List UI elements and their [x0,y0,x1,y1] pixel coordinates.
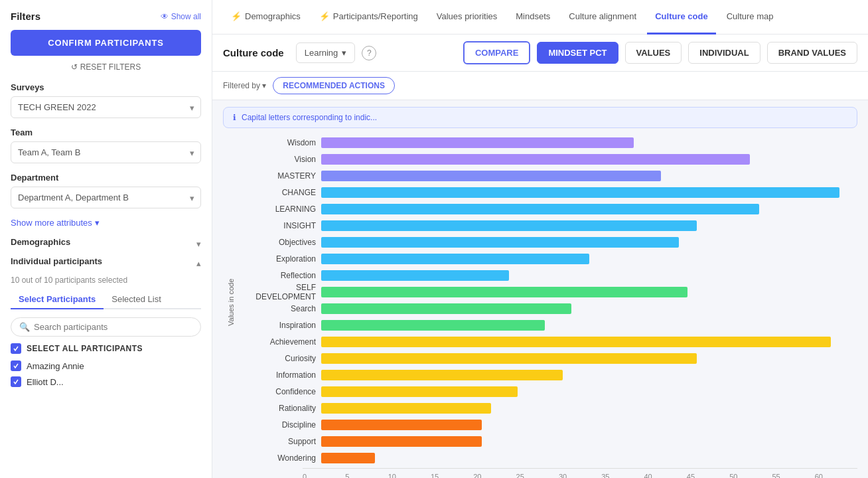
bar-fill [321,453,375,463]
nav-item-values-priorities[interactable]: Values priorities [429,0,506,35]
bar-chart: Values in code WisdomVisionMASTERYCHANGE… [223,136,857,468]
bar-fill [321,353,697,364]
bar-track [321,171,857,181]
culture-code-label: Culture code [223,47,284,58]
bar-track [321,353,857,364]
bar-fill [321,187,839,198]
nav-item-participants-reporting[interactable]: ⚡ Participants/Reporting [311,0,426,35]
bar-track [321,420,857,430]
bar-row: LEARNING [242,202,857,216]
bar-track [321,436,857,447]
participant-checkbox[interactable] [11,360,21,371]
reset-icon: ↺ [71,62,78,72]
individual-button[interactable]: INDIVIDUAL [688,42,760,64]
department-label: Department [11,173,201,183]
nav-item-culture-alignment[interactable]: Culture alignment [561,0,644,35]
bar-track [321,237,857,248]
bar-track [321,320,857,331]
brand-values-button[interactable]: BRAND VALUES [767,42,857,64]
x-tick: 45 [687,473,729,478]
surveys-label: Surveys [11,82,201,92]
bar-row: Support [242,435,857,448]
recommended-actions-button[interactable]: RECOMMENDED ACTIONS [273,77,395,94]
compare-button[interactable]: COMPARE [463,41,530,64]
values-button[interactable]: VALUES [625,42,682,64]
nav-item-demographics[interactable]: ⚡ Demographics [223,0,309,35]
search-participants-box: 🔍 [11,317,201,337]
x-tick: 55 [772,473,814,478]
reset-filters-button[interactable]: ↺ RESET FILTERS [11,62,201,72]
bar-row: CHANGE [242,186,857,199]
x-tick: 35 [601,473,644,478]
mindset-pct-button[interactable]: MINDSET PCT [537,42,618,64]
confirm-participants-button[interactable]: CONFIRM PARTICIPANTS [11,30,201,56]
bar-label: SELF DEVELOPMENT [242,283,321,301]
bar-track [321,403,857,414]
info-text: Capital letters corresponding to indic..… [242,113,377,122]
bar-row: Achievement [242,335,857,349]
bar-label: Information [242,370,321,380]
bar-track [321,287,857,297]
bar-label: LEARNING [242,204,321,214]
bar-label: Rationality [242,404,321,413]
bar-fill [321,386,518,397]
chart-area: Values in code WisdomVisionMASTERYCHANGE… [212,131,868,478]
x-tick: 50 [729,473,772,478]
bar-label: MASTERY [242,171,321,181]
x-tick: 15 [431,473,473,478]
select-all-checkbox[interactable] [11,343,21,354]
sidebar-title: Filters [11,11,40,22]
demographics-collapse-icon: ▾ [196,239,201,249]
bar-label: Discipline [242,420,321,430]
filter-icon-2: ⚡ [319,11,330,21]
bar-label: Inspiration [242,321,321,330]
bar-label: Confidence [242,387,321,396]
bar-row: Wondering [242,451,857,465]
x-tick: 25 [516,473,559,478]
bar-row: Confidence [242,385,857,398]
demographics-section-header[interactable]: Demographics ▾ [11,237,201,251]
bar-row: Discipline [242,418,857,432]
nav-item-mindsets[interactable]: Mindsets [508,0,558,35]
team-select[interactable]: Team A, Team B [11,141,201,163]
x-axis: 051015202530354045505560 [303,468,857,478]
bar-track [321,453,857,463]
list-item[interactable]: Elliott D... [11,376,201,387]
bar-track [321,187,857,198]
bar-fill [321,237,679,248]
select-all-label: SELECT ALL PARTICIPANTS [27,344,143,353]
bar-row: Vision [242,153,857,166]
department-select[interactable]: Department A, Department B [11,187,201,208]
bar-fill [321,287,687,297]
search-participants-input[interactable] [34,322,192,332]
help-icon[interactable]: ? [362,46,376,60]
learning-dropdown[interactable]: Learning ▾ [296,42,356,63]
individual-participants-section-header[interactable]: Individual participants ▴ [11,256,201,270]
x-tick: 60 [815,473,857,478]
bar-track [321,254,857,264]
select-all-row[interactable]: SELECT ALL PARTICIPANTS [11,343,201,354]
tab-select-participants[interactable]: Select Participants [11,290,104,309]
surveys-select[interactable]: TECH GREEN 2022 [11,96,201,118]
tab-selected-list[interactable]: Selected List [104,290,169,309]
bar-track [321,204,857,214]
bar-label: Achievement [242,337,321,347]
x-tick: 10 [388,473,431,478]
chevron-down-icon: ▾ [95,218,100,228]
bar-row: Inspiration [242,319,857,332]
nav-item-culture-map[interactable]: Culture map [719,0,782,35]
bar-row: INSIGHT [242,219,857,232]
show-more-attributes-button[interactable]: Show more attributes ▾ [11,218,201,228]
individual-participants-label: Individual participants [11,256,102,266]
participant-checkbox[interactable] [11,376,21,387]
participant-name: Elliott D... [27,377,64,387]
bar-track [321,386,857,397]
list-item[interactable]: Amazing Annie [11,360,201,371]
show-all-button[interactable]: 👁 Show all [161,12,201,21]
bar-row: Exploration [242,252,857,266]
department-filter: Department Department A, Department B [11,173,201,208]
search-icon: 🔍 [19,322,30,332]
nav-item-culture-code[interactable]: Culture code [647,0,715,35]
filtered-by-button[interactable]: Filtered by ▾ [223,81,266,90]
bar-track [321,220,857,231]
